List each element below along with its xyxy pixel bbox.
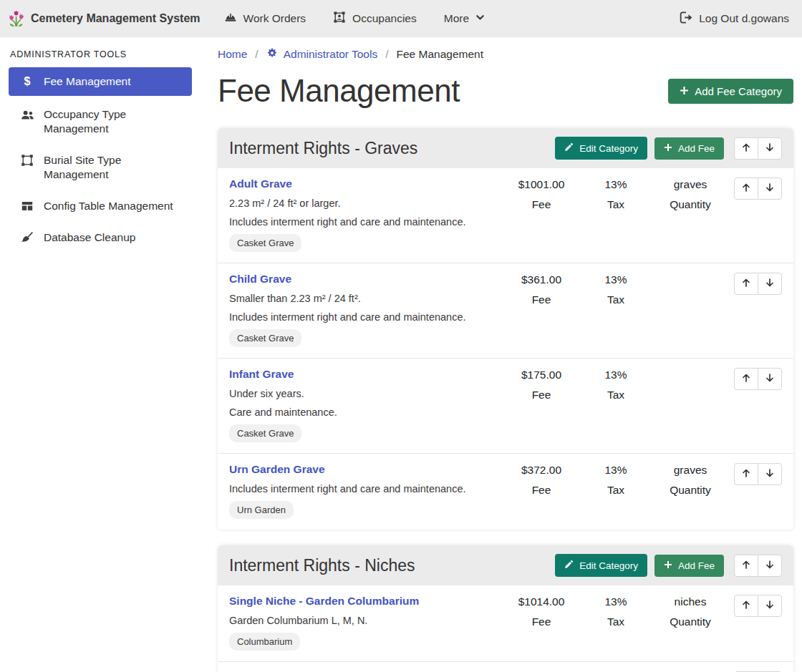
pencil-icon <box>564 560 574 571</box>
fee-move-up-button[interactable] <box>734 177 758 200</box>
fee-name-link[interactable]: Urn Garden Grave <box>229 463 325 476</box>
arrow-up-icon <box>741 600 751 612</box>
app-title: Cemetery Management System <box>31 12 200 25</box>
fee-type-badge: Casket Grave <box>229 329 301 347</box>
nav-more-label: More <box>444 12 469 25</box>
edit-category-button[interactable]: Edit Category <box>555 554 647 577</box>
edit-category-button[interactable]: Edit Category <box>555 137 647 160</box>
nav-work-orders[interactable]: Work Orders <box>211 0 320 37</box>
logout-icon <box>679 11 692 27</box>
sidebar-item-burial-site-type-management[interactable]: Burial Site Type Management <box>9 147 192 188</box>
sidebar-item-label: Occupancy Type Management <box>44 107 185 136</box>
fee-move-down-button[interactable] <box>758 177 782 200</box>
fee-move-down-button[interactable] <box>758 368 782 390</box>
fee-move-up-button[interactable] <box>734 368 758 390</box>
fee-category-card-niches: Interment Rights - Niches Edit Category … <box>218 545 793 672</box>
add-fee-button[interactable]: Add Fee <box>654 137 724 160</box>
fee-move-up-button[interactable] <box>734 595 758 617</box>
add-fee-label: Add Fee <box>678 143 715 154</box>
fee-name-link[interactable]: Adult Grave <box>229 177 292 190</box>
category-move-up-button[interactable] <box>734 137 758 160</box>
fee-quantity: niches <box>653 595 728 608</box>
plus-icon <box>664 143 672 154</box>
fee-name-link[interactable]: Child Grave <box>229 273 291 286</box>
vector-square-icon <box>20 154 34 167</box>
arrow-down-icon <box>765 142 775 155</box>
fee-tax-label: Tax <box>579 615 653 628</box>
sidebar-item-occupancy-type-management[interactable]: Occupancy Type Management <box>9 102 192 142</box>
fee-tax: 13% <box>579 369 653 381</box>
arrow-down-icon <box>765 373 775 385</box>
nav-occupancies-label: Occupancies <box>352 12 417 25</box>
sidebar-item-fee-management[interactable]: $ Fee Management <box>9 67 192 96</box>
fee-description: 2.23 m² / 24 ft² or larger. <box>229 198 500 209</box>
fee-row: Single Niche - Garden Columbarium Garden… <box>218 585 793 661</box>
fee-type-badge: Columbarium <box>229 633 300 651</box>
fee-row: Urn Garden Grave Includes interment righ… <box>218 453 793 530</box>
occupancy-frame-icon <box>333 11 346 26</box>
fee-move-down-button[interactable] <box>758 463 782 485</box>
breadcrumb-home-link[interactable]: Home <box>218 48 247 61</box>
nav-occupancies[interactable]: Occupancies <box>319 0 430 37</box>
fee-description: Includes interment right and care and ma… <box>229 483 500 495</box>
fee-row: Adult Grave 2.23 m² / 24 ft² or larger. … <box>218 168 793 263</box>
category-move-down-button[interactable] <box>758 137 782 160</box>
arrow-down-icon <box>765 468 775 480</box>
users-icon <box>20 108 34 122</box>
fee-move-down-button[interactable] <box>758 273 782 295</box>
edit-category-label: Edit Category <box>579 560 638 571</box>
fee-amount: $1001.00 <box>504 178 579 191</box>
fee-move-up-button[interactable] <box>734 463 758 485</box>
top-navbar: Cemetery Management System Work Orders <box>0 0 802 37</box>
sidebar-item-label: Database Cleanup <box>44 230 135 245</box>
category-move-down-button[interactable] <box>758 555 782 577</box>
fee-move-down-button[interactable] <box>758 595 782 617</box>
breadcrumb-admin-tools-label: Administrator Tools <box>284 48 378 61</box>
fee-amount: $361.00 <box>504 273 579 286</box>
arrow-up-icon <box>741 182 751 195</box>
arrow-down-icon <box>765 560 775 572</box>
sidebar-item-database-cleanup[interactable]: Database Cleanup <box>9 225 192 250</box>
fee-tax-label: Tax <box>579 198 653 211</box>
pencil-icon <box>564 142 574 154</box>
fee-description: Includes interment right and care and ma… <box>229 311 500 323</box>
fee-amount: $1014.00 <box>504 595 579 608</box>
fee-amount-label: Fee <box>504 389 579 401</box>
plus-icon <box>664 560 672 571</box>
fee-tax-label: Tax <box>579 389 653 401</box>
fee-name-link[interactable]: Infant Grave <box>229 368 294 381</box>
arrow-down-icon <box>765 278 775 290</box>
add-fee-button[interactable]: Add Fee <box>654 555 724 577</box>
fee-type-badge: Casket Grave <box>229 424 301 442</box>
breadcrumb-current: Fee Management <box>397 48 484 61</box>
category-move-up-button[interactable] <box>734 555 758 577</box>
broom-icon <box>20 231 34 244</box>
add-fee-category-button[interactable]: Add Fee Category <box>668 79 793 104</box>
fee-description: Includes interment right and care and ma… <box>229 216 500 228</box>
fee-row: Infant Grave Under six years. Care and m… <box>218 358 793 453</box>
fee-tax-label: Tax <box>579 484 653 497</box>
app-brand[interactable]: Cemetery Management System <box>9 7 200 30</box>
hard-hat-icon <box>224 11 237 26</box>
chevron-down-icon <box>475 12 485 25</box>
sidebar-item-config-table-management[interactable]: Config Table Management <box>9 193 192 219</box>
fee-move-up-button[interactable] <box>734 273 758 295</box>
nav-more[interactable]: More <box>430 0 498 37</box>
fee-name-link[interactable]: Single Niche - Garden Columbarium <box>229 595 419 608</box>
breadcrumb-admin-tools-link[interactable]: Administrator Tools <box>266 47 378 62</box>
main-content: Home / Administrator Tools / Fee Managem… <box>200 37 802 672</box>
fee-description: Care and maintenance. <box>229 406 500 418</box>
category-title: Interment Rights - Niches <box>229 556 415 575</box>
fee-type-badge: Urn Garden <box>229 501 294 519</box>
category-header: Interment Rights - Niches Edit Category … <box>218 545 793 585</box>
logout-button[interactable]: Log Out d.gowans <box>679 11 789 27</box>
fee-quantity-label: Quantity <box>653 615 728 628</box>
fee-amount: $175.00 <box>504 369 579 381</box>
fee-tax: 13% <box>579 178 653 191</box>
fee-amount-label: Fee <box>504 615 579 628</box>
fee-amount-label: Fee <box>504 293 579 306</box>
nav-work-orders-label: Work Orders <box>243 12 306 25</box>
breadcrumb-separator: / <box>385 48 388 61</box>
sidebar: ADMINISTRATOR TOOLS $ Fee Management Occ… <box>0 37 200 672</box>
category-title: Interment Rights - Graves <box>229 139 417 158</box>
